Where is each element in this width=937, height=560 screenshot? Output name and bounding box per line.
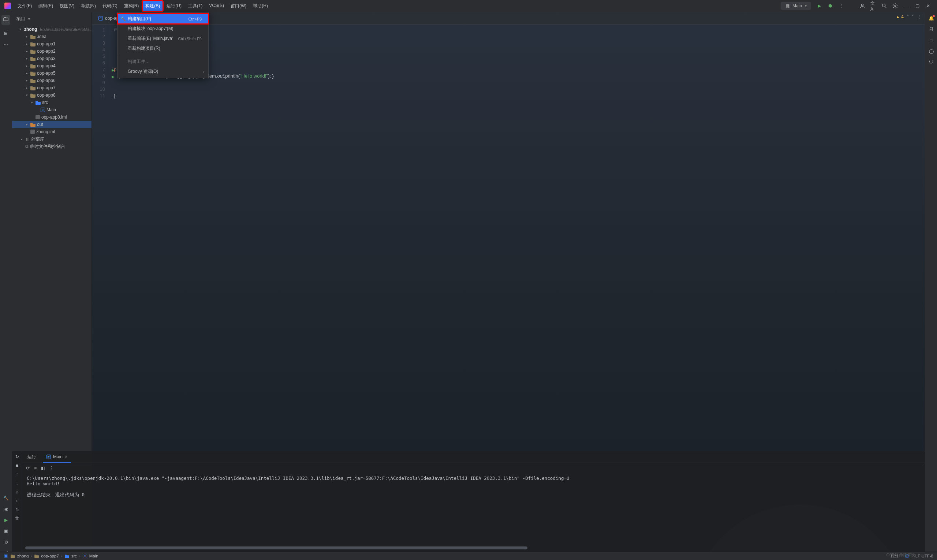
tree-node[interactable]: zhong.iml	[12, 128, 91, 135]
up-icon[interactable]: ↑	[16, 472, 18, 477]
breadcrumb[interactable]: zhong›oop-app7›src›CMain	[11, 554, 98, 558]
terminal-tool-icon[interactable]: ▣	[4, 529, 8, 534]
tree-node[interactable]: ▸oop-app4	[12, 62, 91, 69]
coverage-icon[interactable]: ◯	[929, 49, 934, 54]
tree-node[interactable]: ▸.idea	[12, 33, 91, 40]
menu-窗口(W)[interactable]: 窗口(W)	[228, 1, 249, 11]
menu-VCS(S)[interactable]: VCS(S)	[206, 1, 227, 11]
menu-item[interactable]: 重新编译(E) 'Main.java'Ctrl+Shift+F9	[117, 34, 208, 43]
close-icon[interactable]: ✕	[925, 3, 931, 9]
menu-重构(R)[interactable]: 重构(R)	[121, 1, 142, 11]
wrap-icon[interactable]: ⤶	[15, 498, 19, 503]
tree-node[interactable]: ▸⫼外部库	[12, 135, 91, 143]
tree-node[interactable]: ▸oop-app3	[12, 55, 91, 62]
tree-node[interactable]: ▸oop-app6	[12, 77, 91, 84]
tree-node[interactable]: ⧉临时文件和控制台	[12, 143, 91, 150]
run-panel: ↻ ■ ↑ ↓ ⌕ ⤶ ⎙ 🗑 运行 ▶ Main × ⟳ ■ ◧ ⋮ C:\U…	[12, 451, 925, 552]
svg-point-1	[882, 4, 885, 7]
chevron-down-icon[interactable]: ▼	[28, 17, 31, 21]
run-tab-main[interactable]: ▶ Main ×	[43, 452, 71, 463]
horizontal-scrollbar[interactable]	[25, 546, 922, 550]
tree-node[interactable]: ▾src	[12, 99, 91, 106]
menu-item[interactable]: Groovy 资源(O)	[117, 67, 208, 77]
console-more-icon[interactable]: ⋮	[49, 466, 54, 471]
maximize-icon[interactable]: ▢	[914, 3, 920, 9]
problems-tool-icon[interactable]: ⊘	[5, 540, 8, 545]
menu-帮助(H)[interactable]: 帮助(H)	[250, 1, 271, 11]
idea-logo-icon	[5, 3, 11, 9]
stop-icon[interactable]: ■	[16, 463, 18, 468]
more-tool-icon[interactable]: ⋯	[4, 42, 8, 47]
debug-icon[interactable]: ⬢	[827, 3, 833, 9]
menu-item[interactable]: 🔨构建项目(P)Ctrl+F9	[117, 14, 208, 24]
more-icon[interactable]: ⋮	[838, 3, 844, 9]
console-stop-icon[interactable]: ■	[34, 466, 37, 471]
menu-item[interactable]: 构建模块 'oop-app7'(M)	[117, 24, 208, 34]
run-config-selector[interactable]: ▦ Main ▼	[781, 2, 811, 10]
minimize-icon[interactable]: —	[903, 3, 909, 9]
build-tool-icon[interactable]: 🔨	[3, 495, 9, 501]
nav-up-icon[interactable]: ˄	[906, 14, 909, 19]
menu-工具(T)[interactable]: 工具(T)	[185, 1, 205, 11]
tree-node[interactable]: ▾oop-app8	[12, 91, 91, 99]
account-icon[interactable]	[859, 3, 865, 9]
menu-运行(U)[interactable]: 运行(U)	[164, 1, 185, 11]
console-output[interactable]: C:\Users\zhong\.jdks\openjdk-20.0.1\bin\…	[22, 473, 925, 546]
chevron-down-icon: ▼	[804, 4, 808, 8]
menu-文件(F)[interactable]: 文件(F)	[15, 1, 35, 11]
tree-node[interactable]: ▸oop-app2	[12, 48, 91, 55]
services-tool-icon[interactable]: ◉	[5, 506, 8, 512]
filter-icon[interactable]: ⌕	[16, 489, 18, 494]
menu-编辑(E)[interactable]: 编辑(E)	[35, 1, 56, 11]
print-icon[interactable]: ⎙	[16, 507, 18, 512]
editor-tab-label: oop-ap	[105, 16, 118, 21]
tree-node[interactable]: ▾zhongE:\JavaBase\JavaSEProMa…	[12, 26, 91, 33]
watermark: CSDN @猿何欢	[886, 552, 915, 558]
console-rerun-icon[interactable]: ⟳	[26, 466, 30, 471]
menu-item[interactable]: 重新构建项目(R)	[117, 43, 208, 54]
down-icon[interactable]: ↓	[16, 481, 18, 486]
rerun-icon[interactable]: ↻	[15, 454, 19, 459]
module-icon: ▣	[4, 554, 8, 558]
run-icon[interactable]: ▶	[816, 3, 822, 9]
menu-导航(N)[interactable]: 导航(N)	[78, 1, 99, 11]
java-class-icon: C	[98, 16, 103, 20]
tree-node[interactable]: ▸oop-app7	[12, 84, 91, 91]
encoding[interactable]: LF UTF-8	[915, 554, 933, 558]
tree-node[interactable]: CMain	[12, 106, 91, 114]
nav-down-icon[interactable]: ˅	[912, 14, 914, 19]
tree-node[interactable]: ▸oop-app5	[12, 69, 91, 77]
editor-more-icon[interactable]: ⋮	[917, 14, 921, 19]
trash-icon[interactable]: 🗑	[15, 516, 19, 521]
database-icon[interactable]: 🗄	[929, 27, 933, 32]
menu-items: 文件(F)编辑(E)视图(V)导航(N)代码(C)重构(R)构建(B)运行(U)…	[15, 1, 271, 11]
status-bar: ▣ zhong›oop-app7›src›CMain 11:1 ⊞ LF UTF…	[0, 552, 937, 560]
shield-icon[interactable]: 🛡	[929, 60, 933, 65]
svg-point-0	[861, 4, 863, 6]
tree-node[interactable]: ▸oop-app1	[12, 40, 91, 48]
tree-node[interactable]: ▸out	[12, 121, 91, 128]
notifications-icon[interactable]: 🔔	[929, 16, 934, 21]
tree-node[interactable]: oop-app8.iml	[12, 114, 91, 121]
console-layout-icon[interactable]: ◧	[41, 466, 45, 471]
maven-icon[interactable]: ▭	[929, 38, 933, 43]
project-tool-icon[interactable]	[2, 15, 10, 25]
menu-代码(C)[interactable]: 代码(C)	[100, 1, 120, 11]
svg-point-2	[894, 5, 896, 6]
warning-indicator[interactable]: ▲ 4	[895, 14, 904, 19]
translate-icon[interactable]: 文A	[870, 3, 876, 9]
java-class-icon: ▶	[46, 455, 51, 459]
menubar: 文件(F)编辑(E)视图(V)导航(N)代码(C)重构(R)构建(B)运行(U)…	[0, 0, 937, 12]
project-panel-title: 项目	[17, 16, 25, 22]
build-menu-dropdown: 🔨构建项目(P)Ctrl+F9构建模块 'oop-app7'(M)重新编译(E)…	[117, 12, 209, 78]
close-tab-icon[interactable]: ×	[65, 454, 67, 459]
settings-icon[interactable]	[892, 3, 898, 9]
right-tool-strip: 🔔 🗄 ▭ ◯ 🛡	[925, 12, 937, 560]
run-tool-icon[interactable]: ▶	[5, 517, 8, 523]
search-icon[interactable]	[882, 3, 887, 9]
grid-icon: ▦	[785, 3, 790, 9]
structure-tool-icon[interactable]: ⊞	[4, 31, 8, 36]
menu-构建(B)[interactable]: 构建(B)	[142, 1, 163, 11]
menu-视图(V)[interactable]: 视图(V)	[57, 1, 77, 11]
run-tab-run[interactable]: 运行	[28, 454, 36, 460]
